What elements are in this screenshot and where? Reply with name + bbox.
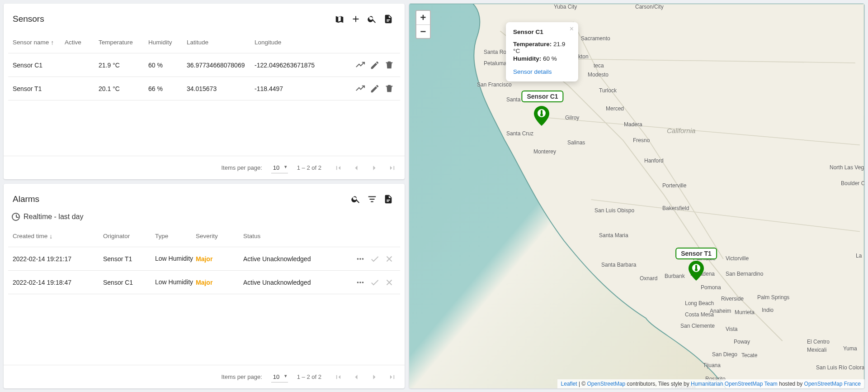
city-label: Tijuana <box>703 362 721 368</box>
close-icon[interactable]: × <box>570 25 574 33</box>
col-temperature[interactable]: Temperature <box>99 39 148 46</box>
col-type[interactable]: Type <box>155 233 196 239</box>
osm-link[interactable]: OpenStreetMap <box>587 381 626 387</box>
leaflet-link[interactable]: Leaflet <box>561 381 577 387</box>
delete-icon[interactable] <box>383 82 396 95</box>
clock-icon <box>12 213 20 221</box>
edit-icon[interactable] <box>368 59 381 72</box>
hot-link[interactable]: Humanitarian OpenStreetMap Team <box>691 381 778 387</box>
export-icon[interactable] <box>380 11 396 27</box>
more-icon[interactable] <box>354 276 367 289</box>
alarm-type: Low Humidity <box>155 255 196 263</box>
timeseries-icon[interactable] <box>354 59 367 72</box>
col-severity[interactable]: Severity <box>196 233 243 239</box>
severity: Major <box>196 279 243 286</box>
city-label: Santa Maria <box>599 232 628 239</box>
city-label: Poway <box>734 339 750 345</box>
alarms-table: Created time ↓ Originator Type Severity … <box>4 225 405 365</box>
clear-icon[interactable] <box>383 253 396 265</box>
prev-page-icon[interactable] <box>349 160 364 176</box>
city-label: El Centro <box>807 339 830 345</box>
status: Active Unacknowledged <box>243 255 325 263</box>
humidity-value: 66 % <box>148 85 187 92</box>
created-time: 2022-02-14 19:21:17 <box>13 255 103 263</box>
add-sensor-icon[interactable] <box>348 11 364 27</box>
city-label: La <box>856 253 862 259</box>
table-row[interactable]: Sensor T1 20.1 °C 66 % 34.015673 -118.44… <box>8 77 400 100</box>
sensors-panel: Sensors Sensor name ↑ <box>4 4 405 179</box>
longitude-value: -118.4497 <box>255 85 327 92</box>
col-latitude[interactable]: Latitude <box>187 39 255 46</box>
next-page-icon[interactable] <box>367 369 382 385</box>
city-label: Santa Barbara <box>601 262 636 268</box>
col-sensor-name[interactable]: Sensor name ↑ <box>13 39 65 46</box>
zoom-control: + − <box>415 10 431 39</box>
col-created-time[interactable]: Created time ↓ <box>13 233 103 240</box>
items-per-page-select[interactable]: 10 <box>271 163 288 173</box>
prev-page-icon[interactable] <box>349 369 364 385</box>
zoom-out-button[interactable]: − <box>416 24 430 38</box>
latitude-value: 36.97734668078069 <box>187 62 255 69</box>
first-page-icon[interactable] <box>330 160 346 176</box>
edit-icon[interactable] <box>368 82 381 95</box>
ack-icon[interactable] <box>368 253 381 265</box>
next-page-icon[interactable] <box>367 160 382 176</box>
city-label: Boulder City <box>841 180 864 186</box>
zoom-in-button[interactable]: + <box>416 11 430 24</box>
sensor-name: Sensor T1 <box>13 85 65 92</box>
map-panel[interactable]: California Yuba City Carson/City Sacrame… <box>409 4 864 388</box>
sensor-marker-c1[interactable] <box>534 106 549 126</box>
created-time: 2022-02-14 19:18:47 <box>13 279 103 286</box>
originator: Sensor T1 <box>103 255 155 263</box>
page-range: 1 – 2 of 2 <box>297 373 321 380</box>
items-per-page-label: Items per page: <box>221 373 262 380</box>
col-active[interactable]: Active <box>65 39 99 46</box>
ack-icon[interactable] <box>368 276 381 289</box>
temperature-value: 20.1 °C <box>99 85 148 92</box>
city-label: Palm Springs <box>757 294 789 301</box>
last-page-icon[interactable] <box>385 369 400 385</box>
city-label: Porterville <box>662 182 686 189</box>
clear-icon[interactable] <box>383 276 396 289</box>
col-originator[interactable]: Originator <box>103 233 155 239</box>
search-icon[interactable] <box>364 11 380 27</box>
more-icon[interactable] <box>354 253 367 265</box>
delete-icon[interactable] <box>383 59 396 72</box>
items-per-page-label: Items per page: <box>221 164 262 171</box>
first-page-icon[interactable] <box>330 369 346 385</box>
sensor-chip-c1[interactable]: Sensor C1 <box>521 91 563 102</box>
svg-point-4 <box>359 282 361 283</box>
city-label: Modesto <box>588 72 609 78</box>
city-label: Gilroy <box>565 115 579 121</box>
col-status[interactable]: Status <box>243 233 325 239</box>
city-label: Salinas <box>567 139 585 146</box>
city-label: Mexicali <box>807 347 826 353</box>
city-label: teca <box>594 62 604 69</box>
col-humidity[interactable]: Humidity <box>148 39 187 46</box>
table-row[interactable]: 2022-02-14 19:21:17 Sensor T1 Low Humidi… <box>8 247 400 271</box>
search-icon[interactable] <box>348 191 364 207</box>
sensor-marker-t1[interactable] <box>689 261 704 281</box>
map-toggle-icon[interactable] <box>331 11 348 27</box>
sensor-popup: × Sensor C1 Temperature: 21.9 °C Humidit… <box>506 22 578 81</box>
table-row[interactable]: Sensor C1 21.9 °C 60 % 36.97734668078069… <box>8 53 400 77</box>
export-icon[interactable] <box>380 191 396 207</box>
filter-icon[interactable] <box>364 191 380 207</box>
col-longitude[interactable]: Longitude <box>255 39 327 46</box>
osmfr-link[interactable]: OpenStreetMap France <box>804 381 861 387</box>
alarms-paginator: Items per page: 10 1 – 2 of 2 <box>4 365 405 388</box>
items-per-page-select[interactable]: 10 <box>271 372 288 382</box>
latitude-value: 34.015673 <box>187 85 255 92</box>
last-page-icon[interactable] <box>385 160 400 176</box>
city-label: Tecate <box>741 352 757 359</box>
city-label: San Luis Obispo <box>594 207 634 214</box>
city-label: San Francisco <box>477 81 512 88</box>
sensor-chip-t1[interactable]: Sensor T1 <box>675 248 717 259</box>
svg-point-0 <box>357 258 359 260</box>
longitude-value: -122.0496263671875 <box>255 62 327 69</box>
city-label: Oxnard <box>640 275 657 282</box>
sensor-details-link[interactable]: Sensor details <box>513 68 552 75</box>
timeseries-icon[interactable] <box>354 82 367 95</box>
table-row[interactable]: 2022-02-14 19:18:47 Sensor C1 Low Humidi… <box>8 271 400 294</box>
city-label: Hanford <box>644 158 664 164</box>
